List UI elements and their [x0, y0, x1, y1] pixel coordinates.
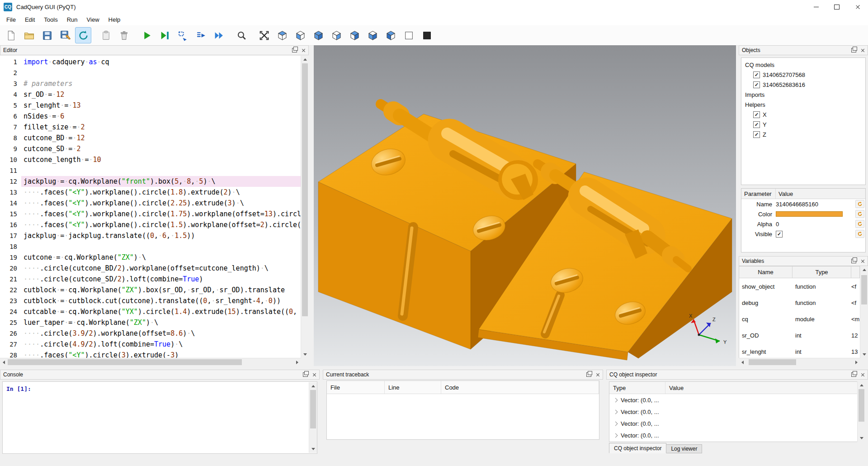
view-front-button[interactable]	[274, 27, 290, 43]
close-panel-icon[interactable]	[312, 373, 316, 377]
view-left-button[interactable]	[346, 27, 363, 43]
clipboard-button[interactable]	[98, 27, 114, 43]
editor-horizontal-scrollbar[interactable]	[0, 358, 301, 366]
code-line[interactable]: 25luer_taper·=·cq.Workplane("ZX")·\	[0, 317, 301, 328]
code-line[interactable]: 3# parameters	[0, 78, 301, 89]
inspector-row[interactable]: Vector: (0.0, ...	[609, 429, 865, 441]
view-bottom-button[interactable]	[382, 27, 399, 43]
code-line[interactable]: 6nSides·=·6	[0, 111, 301, 122]
checkbox[interactable]: ✓	[753, 81, 760, 88]
menu-help[interactable]: Help	[104, 14, 125, 25]
checkbox[interactable]: ✓	[753, 121, 760, 128]
menu-edit[interactable]: Edit	[20, 14, 39, 25]
code-line[interactable]: 14····.faces("<Y").workplane().circle(2.…	[0, 198, 301, 209]
code-line[interactable]: 1import·cadquery·as·cq	[0, 57, 301, 67]
float-panel-icon[interactable]	[586, 372, 591, 377]
menu-run[interactable]: Run	[62, 14, 82, 25]
parameter-value[interactable]	[776, 211, 855, 217]
code-line[interactable]: 8cutcone_BD·=·12	[0, 133, 301, 143]
code-line[interactable]: 11	[0, 165, 301, 176]
scrollbar-thumb[interactable]	[749, 359, 797, 365]
scroll-right-button[interactable]	[293, 358, 301, 366]
tree-item[interactable]: ✓3140652683616	[741, 80, 865, 90]
menu-view[interactable]: View	[82, 14, 104, 25]
scrollbar-thumb[interactable]	[8, 359, 242, 365]
tab-log-viewer[interactable]: Log viewer	[666, 444, 702, 453]
scroll-up-button[interactable]	[858, 381, 865, 389]
code-line[interactable]: 24cutcable·=·cq.Workplane("YX").circle(1…	[0, 306, 301, 317]
search-button[interactable]	[233, 27, 250, 43]
code-line[interactable]: 20····.circle(cutcone_BD/2).workplane(of…	[0, 263, 301, 274]
editor-vertical-scrollbar[interactable]	[301, 56, 309, 358]
scroll-left-button[interactable]	[0, 358, 8, 366]
code-line[interactable]: 7fillet_size·=·2	[0, 122, 301, 133]
close-panel-icon[interactable]	[596, 373, 600, 377]
code-line[interactable]: 16····.faces("<Y").workplane().circle(1.…	[0, 219, 301, 230]
code-line[interactable]: 2	[0, 67, 301, 78]
scroll-down-button[interactable]	[309, 445, 317, 453]
save-button[interactable]	[39, 27, 55, 43]
variable-row[interactable]: show_objectfunction<f	[739, 278, 860, 295]
variables-horizontal-scrollbar[interactable]	[739, 358, 860, 366]
code-line[interactable]: 28····.faces("<Y").circle(3).extrude(-3)	[0, 350, 301, 358]
3d-viewport[interactable]: X Z Y	[314, 45, 736, 366]
close-button[interactable]	[847, 0, 868, 14]
display-wireframe-button[interactable]	[401, 27, 417, 43]
autoreload-button[interactable]	[75, 27, 91, 43]
checkbox[interactable]: ✓	[776, 231, 783, 238]
open-file-button[interactable]	[21, 27, 37, 43]
code-line[interactable]: 18	[0, 241, 301, 252]
expand-chevron-icon[interactable]	[613, 433, 618, 437]
column-header[interactable]: Line	[385, 381, 441, 394]
view-back-button[interactable]	[292, 27, 308, 43]
checkbox[interactable]: ✓	[753, 111, 760, 118]
debug-run-button[interactable]	[156, 27, 173, 43]
variables-vertical-scrollbar[interactable]	[860, 266, 868, 358]
variable-row[interactable]: sr_lenghtint13	[739, 343, 860, 358]
scrollbar-thumb[interactable]	[861, 275, 867, 304]
close-panel-icon[interactable]	[302, 48, 306, 52]
new-file-button[interactable]	[3, 27, 19, 43]
variable-row[interactable]: sr_ODint12	[739, 327, 860, 343]
step-list-button[interactable]	[193, 27, 209, 43]
tab-cq-object-inspector[interactable]: CQ object inspector	[609, 443, 666, 453]
save-as-button[interactable]	[57, 27, 73, 43]
variable-row[interactable]: debugfunction<f	[739, 295, 860, 311]
tree-group-helpers[interactable]: Helpers	[741, 100, 865, 109]
tree-group-imports[interactable]: Imports	[741, 90, 865, 100]
expand-chevron-icon[interactable]	[613, 409, 618, 414]
parameter-value[interactable]: 0	[776, 221, 855, 228]
delete-button[interactable]	[116, 27, 132, 43]
float-panel-icon[interactable]	[851, 259, 856, 263]
view-right-button[interactable]	[328, 27, 344, 43]
maximize-button[interactable]	[826, 0, 847, 14]
code-line[interactable]: 26····.circle(3.9/2).workplane(offset=8.…	[0, 328, 301, 339]
code-line[interactable]: 22cutblock·=·cq.Workplane("ZX").box(sr_O…	[0, 285, 301, 295]
3d-canvas[interactable]: X Z Y	[314, 45, 736, 366]
console-output[interactable]: In [1]:	[2, 381, 317, 454]
inspector-vertical-scrollbar[interactable]	[857, 381, 865, 442]
parameter-value[interactable]: ✓	[776, 231, 855, 238]
float-panel-icon[interactable]	[292, 48, 297, 52]
inspector-row[interactable]: Vector: (0.0, ...	[609, 418, 865, 429]
scroll-up-button[interactable]	[860, 266, 868, 274]
inspector-row[interactable]: Vector: (0.0, ...	[609, 406, 865, 418]
minimize-button[interactable]	[806, 0, 826, 14]
scrollbar-thumb[interactable]	[302, 63, 308, 316]
float-panel-icon[interactable]	[851, 48, 856, 52]
code-line[interactable]: 5sr_lenght·=·13	[0, 100, 301, 111]
scroll-right-button[interactable]	[853, 358, 860, 366]
scrollbar-thumb[interactable]	[310, 390, 316, 428]
scroll-up-button[interactable]	[301, 56, 309, 63]
float-panel-icon[interactable]	[851, 372, 856, 377]
code-line[interactable]: 15····.faces("<Y").workplane().circle(1.…	[0, 209, 301, 219]
scroll-down-button[interactable]	[858, 434, 865, 442]
reset-parameter-button[interactable]	[855, 230, 864, 238]
code-line[interactable]: 12jackplug·=·cq.Workplane("front").box(5…	[0, 176, 301, 187]
tree-item[interactable]: ✓X	[741, 109, 865, 119]
scroll-up-button[interactable]	[309, 382, 317, 390]
scroll-left-button[interactable]	[739, 358, 746, 366]
tree-item[interactable]: ✓3140652707568	[741, 70, 865, 80]
tree-item[interactable]: ✓Z	[741, 129, 865, 139]
view-iso-button[interactable]	[310, 27, 326, 43]
